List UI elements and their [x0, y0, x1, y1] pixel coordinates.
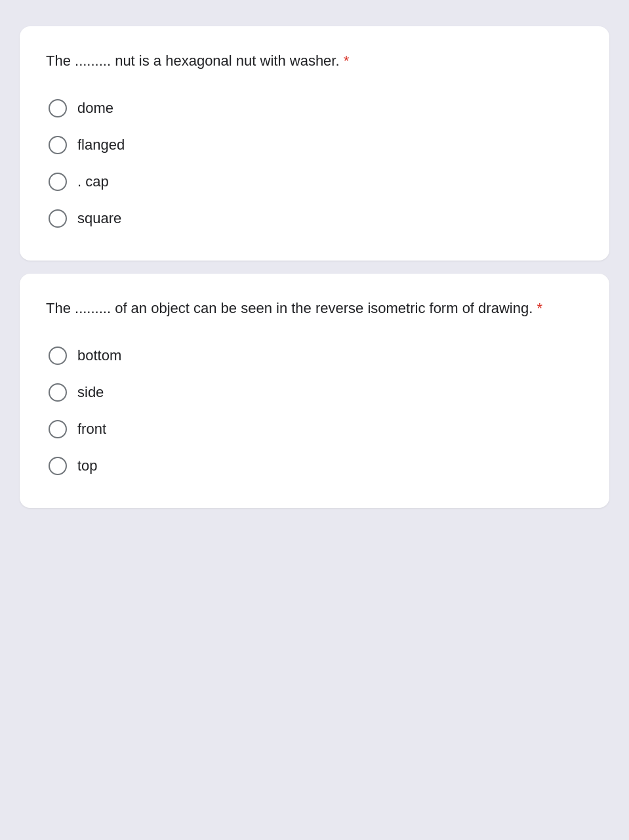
- radio-button-q1-4[interactable]: [49, 209, 67, 228]
- option-label-q2-4: top: [77, 457, 98, 474]
- option-item-q1-1[interactable]: dome: [46, 93, 583, 124]
- option-label-q1-2: flanged: [77, 136, 125, 154]
- option-item-q2-1[interactable]: bottom: [46, 340, 583, 371]
- radio-button-q2-2[interactable]: [49, 383, 67, 402]
- question-card-2: The ......... of an object can be seen i…: [20, 274, 609, 508]
- radio-button-q2-1[interactable]: [49, 346, 67, 365]
- option-label-q1-4: square: [77, 210, 121, 227]
- question-text-1: The ......... nut is a hexagonal nut wit…: [46, 50, 583, 72]
- option-item-q2-2[interactable]: side: [46, 377, 583, 408]
- question-1-text: The ......... nut is a hexagonal nut wit…: [46, 52, 340, 69]
- option-item-q1-4[interactable]: square: [46, 203, 583, 234]
- option-label-q1-3: . cap: [77, 173, 109, 190]
- required-star-2: *: [537, 300, 542, 316]
- option-label-q1-1: dome: [77, 100, 113, 117]
- option-item-q2-3[interactable]: front: [46, 413, 583, 445]
- option-item-q2-4[interactable]: top: [46, 450, 583, 482]
- question-2-text: The ......... of an object can be seen i…: [46, 300, 533, 316]
- option-label-q2-1: bottom: [77, 347, 121, 364]
- options-list-1: dome flanged . cap square: [46, 93, 583, 234]
- option-label-q2-3: front: [77, 421, 106, 438]
- radio-button-q2-4[interactable]: [49, 457, 67, 475]
- radio-button-q1-3[interactable]: [49, 173, 67, 191]
- option-label-q2-2: side: [77, 384, 104, 401]
- question-card-1: The ......... nut is a hexagonal nut wit…: [20, 26, 609, 261]
- radio-button-q1-2[interactable]: [49, 136, 67, 154]
- question-text-2: The ......... of an object can be seen i…: [46, 297, 583, 319]
- radio-button-q1-1[interactable]: [49, 99, 67, 117]
- option-item-q1-2[interactable]: flanged: [46, 129, 583, 161]
- radio-button-q2-3[interactable]: [49, 420, 67, 438]
- required-star-1: *: [344, 52, 350, 69]
- option-item-q1-3[interactable]: . cap: [46, 166, 583, 198]
- options-list-2: bottom side front top: [46, 340, 583, 482]
